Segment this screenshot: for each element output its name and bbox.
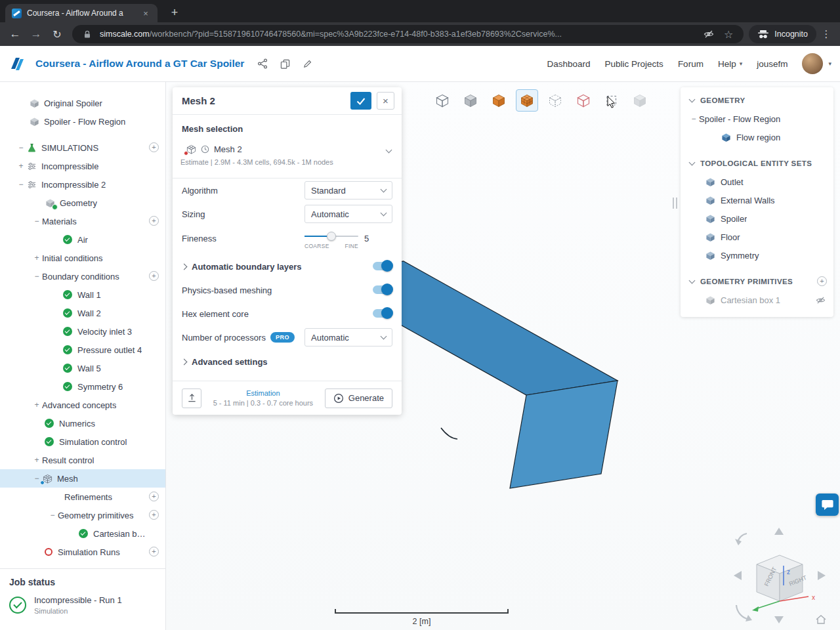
mesh-vertices-cube-icon[interactable] — [544, 89, 566, 112]
username[interactable]: jousefm — [757, 59, 788, 69]
navigation-cube[interactable]: FRONT RIGHT z x — [727, 524, 832, 629]
bookmark-star-icon[interactable] — [721, 28, 736, 41]
chevron-right-icon[interactable] — [181, 358, 188, 365]
upload-button[interactable] — [182, 388, 201, 408]
sidebar-item-cartesian-box-1[interactable]: Cartesian box 1 — [0, 524, 165, 543]
back-icon[interactable] — [5, 24, 25, 44]
rotate-up-arrow[interactable] — [774, 528, 784, 535]
url-bar[interactable]: simscale.com/workbench/?pid=515871961074… — [72, 25, 744, 43]
support-chat-button[interactable] — [816, 494, 839, 516]
estimation-link[interactable]: Estimation — [208, 389, 318, 397]
add-primitive-button[interactable] — [817, 276, 827, 286]
processors-select[interactable]: Automatic — [304, 328, 392, 346]
chevron-right-icon[interactable] — [181, 263, 188, 270]
shaded-cube-icon[interactable] — [459, 89, 482, 112]
sidebar-item-velocity-inlet-3[interactable]: Velocity inlet 3 — [0, 322, 165, 341]
sidebar-item-boundary-conditions[interactable]: Boundary conditions — [0, 267, 165, 285]
share-icon[interactable] — [255, 56, 270, 72]
new-tab-button[interactable] — [167, 5, 182, 21]
sidebar-item-symmetry-6[interactable]: Symmetry 6 — [0, 377, 165, 396]
expand-icon[interactable] — [32, 401, 42, 409]
entity-set-outlet[interactable]: Outlet — [681, 173, 833, 191]
scene-item-spoiler-flow-region[interactable]: Spoiler - Flow Region — [681, 110, 833, 128]
hex-core-toggle[interactable] — [373, 309, 392, 318]
add-simulation-button[interactable] — [149, 142, 159, 152]
browser-menu-icon[interactable] — [818, 28, 835, 40]
sidebar-item-numerics[interactable]: Numerics — [0, 414, 165, 432]
collapse-icon[interactable] — [16, 180, 26, 188]
expand-icon[interactable] — [32, 254, 42, 262]
entity-set-spoiler[interactable]: Spoiler — [681, 209, 833, 228]
sidebar-item-refinements[interactable]: Refinements — [0, 488, 165, 506]
sidebar-item-result-control[interactable]: Result control — [0, 451, 165, 469]
rotate-right-arrow[interactable] — [818, 571, 826, 580]
topological-entity-sets-header[interactable]: TOPOLOGICAL ENTITY SETS — [681, 154, 833, 173]
entity-set-external-walls[interactable]: External Walls — [681, 191, 833, 209]
collapse-icon[interactable] — [688, 115, 699, 123]
sidebar-item-advanced-concepts[interactable]: Advanced concepts — [0, 396, 165, 414]
slider-knob[interactable] — [327, 232, 336, 241]
simscale-logo[interactable] — [9, 55, 26, 73]
sidebar-item-mesh[interactable]: Mesh — [0, 469, 165, 488]
surface-mesh-cube-icon[interactable] — [488, 89, 510, 112]
orientation-cube[interactable]: FRONT RIGHT — [757, 555, 808, 601]
apply-button[interactable] — [350, 92, 371, 110]
entity-set-floor[interactable]: Floor — [681, 228, 833, 246]
tab-close-icon[interactable] — [140, 9, 151, 18]
nav-forum[interactable]: Forum — [678, 59, 704, 69]
geometry-section-header[interactable]: GEOMETRY — [681, 91, 833, 110]
sidebar-item-initial-conditions[interactable]: Initial conditions — [0, 249, 165, 267]
advanced-settings-row[interactable]: Advanced settings — [173, 349, 402, 374]
volume-mesh-cube-icon[interactable] — [516, 89, 538, 112]
collapse-icon[interactable] — [16, 144, 26, 152]
sidebar-item-wall-5[interactable]: Wall 5 — [0, 359, 165, 377]
forward-icon[interactable] — [26, 24, 46, 44]
geometry-primitives-header[interactable]: GEOMETRY PRIMITIVES — [681, 272, 833, 291]
sidebar-item-original-spoiler[interactable]: Original Spoiler — [0, 94, 165, 112]
nav-public-projects[interactable]: Public Projects — [605, 59, 663, 69]
rotate-down-arrow[interactable] — [774, 616, 784, 623]
mesh-quality-cube-icon[interactable] — [572, 89, 595, 112]
panel-resize-handle[interactable] — [673, 198, 677, 209]
boundary-layers-row[interactable]: Automatic boundary layers — [173, 255, 402, 278]
collapse-icon[interactable] — [47, 511, 58, 519]
sizing-select[interactable]: Automatic — [304, 205, 392, 223]
sidebar-item-simulation-control[interactable]: Simulation control — [0, 432, 165, 451]
add-refinement-button[interactable] — [149, 492, 159, 501]
sidebar-item-air[interactable]: Air — [0, 230, 165, 249]
browser-tab[interactable]: Coursera - Airflow Around a — [5, 4, 158, 22]
job-status-item[interactable]: Incompressible - Run 1 Simulation — [9, 595, 156, 615]
sidebar-item-spoiler-flow-region[interactable]: Spoiler - Flow Region — [0, 112, 165, 131]
avatar[interactable] — [802, 53, 823, 74]
add-run-button[interactable] — [149, 547, 159, 556]
sidebar-item-geometry[interactable]: Geometry — [0, 194, 165, 212]
sidebar-item-materials[interactable]: Materials — [0, 212, 165, 230]
nav-help[interactable]: Help — [718, 59, 742, 69]
user-menu[interactable] — [802, 53, 831, 74]
lock-icon[interactable] — [80, 30, 94, 39]
visibility-off-icon[interactable] — [816, 295, 826, 307]
collapse-icon[interactable] — [32, 272, 42, 280]
boundary-layers-toggle[interactable] — [373, 262, 392, 270]
fineness-slider[interactable]: COARSE FINE — [304, 236, 358, 249]
expand-icon[interactable] — [32, 456, 42, 464]
sidebar-item-pressure-outlet-4[interactable]: Pressure outlet 4 — [0, 341, 165, 359]
sidebar-item-wall-2[interactable]: Wall 2 — [0, 304, 165, 322]
eye-off-icon[interactable] — [702, 29, 716, 39]
sidebar-item-geometry-primitives[interactable]: Geometry primitives — [0, 506, 165, 524]
wireframe-cube-icon[interactable] — [431, 89, 453, 112]
add-geometry-primitive-button[interactable] — [149, 510, 159, 520]
sidebar-item-incompressible[interactable]: Incompressible — [0, 157, 165, 175]
mesh-selector[interactable]: Mesh 2 Estimate | 2.9M - 4.3M cells, 694… — [173, 142, 402, 173]
add-material-button[interactable] — [149, 216, 159, 226]
physics-meshing-toggle[interactable] — [373, 285, 392, 294]
algorithm-select[interactable]: Standard — [304, 181, 392, 200]
expand-icon[interactable] — [16, 162, 26, 170]
reload-icon[interactable] — [47, 24, 67, 44]
sidebar-item-simulations[interactable]: SIMULATIONS — [0, 138, 165, 157]
mesh-clip-cube-icon[interactable] — [629, 89, 651, 112]
sidebar-item-incompressible-2[interactable]: Incompressible 2 — [0, 175, 165, 194]
nav-dashboard[interactable]: Dashboard — [547, 59, 591, 69]
scene-item-flow-region[interactable]: Flow region — [681, 128, 833, 146]
copy-icon[interactable] — [277, 56, 293, 72]
